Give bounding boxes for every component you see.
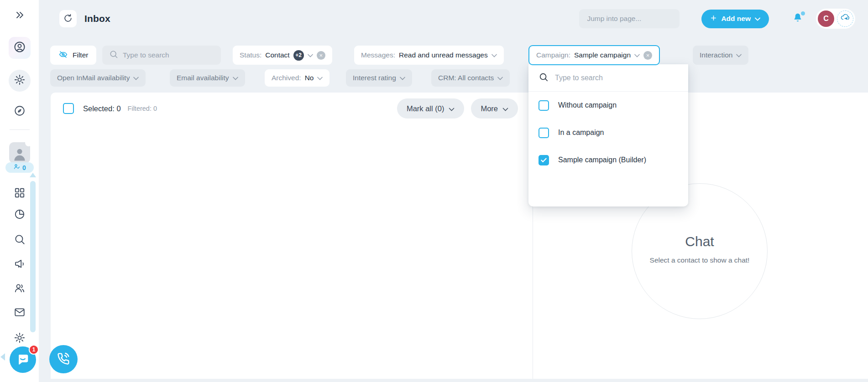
sidebar-item-statistics[interactable] — [14, 209, 26, 221]
archived-filter-label: Archived: — [272, 74, 301, 82]
refresh-button[interactable] — [59, 10, 77, 27]
user-avatar[interactable]: C — [818, 10, 834, 27]
chevron-down-icon — [233, 74, 238, 82]
notification-dot — [801, 11, 805, 15]
account-switcher: C — [816, 9, 855, 29]
email-availability-filter-chip[interactable]: Email availability — [170, 69, 245, 87]
dropdown-option-without-campaign[interactable]: Without campaign — [528, 92, 688, 119]
open-inmail-filter-chip[interactable]: Open InMail availability — [50, 69, 146, 87]
sidebar-expand-button[interactable] — [13, 9, 26, 22]
checkbox[interactable] — [539, 155, 549, 165]
email-availability-filter-label: Email availability — [177, 74, 229, 82]
mail-icon — [14, 306, 26, 320]
chevron-down-icon — [317, 74, 323, 82]
messages-filter-chip[interactable]: Messages: Read and unread messages — [354, 46, 504, 65]
option-label: In a campaign — [558, 129, 604, 137]
people-icon — [14, 282, 26, 296]
contact-search-input[interactable] — [123, 51, 214, 59]
sidebar-item-inbox[interactable] — [14, 307, 26, 319]
support-chat-unread-badge: 1 — [29, 345, 39, 355]
chat-empty-title: Chat — [632, 234, 767, 249]
sidebar: 0 — [0, 0, 39, 382]
messages-filter-value: Read and unread messages — [399, 51, 488, 59]
interaction-filter-chip[interactable]: Interaction — [693, 46, 748, 65]
bell-icon — [792, 18, 804, 26]
plus-icon — [710, 15, 717, 23]
status-filter-label: Status: — [240, 51, 261, 59]
add-new-label: Add new — [721, 15, 751, 23]
compass-icon — [14, 105, 26, 119]
avatar-status-dot — [25, 139, 32, 146]
jump-into-page-input[interactable] — [579, 9, 680, 28]
sidebar-item-explore[interactable] — [14, 106, 26, 118]
sidebar-contacts-badge: 0 — [5, 162, 34, 173]
mark-all-button[interactable]: Mark all (0) — [397, 98, 465, 119]
sidebar-item-campaigns[interactable] — [14, 259, 26, 271]
open-inmail-filter-label: Open InMail availability — [57, 74, 130, 82]
sidebar-scrollbar[interactable] — [30, 181, 36, 332]
filter-button[interactable]: Filter — [50, 46, 96, 65]
chat-empty-subtitle: Select a contact to show a chat! — [632, 256, 767, 264]
notifications-button[interactable] — [792, 12, 804, 26]
call-widget-button[interactable] — [49, 345, 78, 373]
person-circle-icon — [13, 41, 26, 55]
main-panel: Selected: 0 Filtered: 0 Mark all (0) Mor… — [51, 93, 868, 379]
interest-rating-filter-chip[interactable]: Interest rating — [346, 69, 412, 87]
archived-filter-chip[interactable]: Archived: No — [265, 69, 329, 87]
add-new-button[interactable]: Add new — [701, 10, 769, 28]
contacts-badge-count: 0 — [22, 164, 26, 171]
option-label: Sample campaign (Builder) — [558, 156, 646, 164]
messages-filter-label: Messages: — [361, 51, 395, 59]
eye-off-icon — [58, 50, 68, 61]
pie-chart-icon — [14, 208, 26, 222]
archived-filter-value: No — [305, 74, 314, 82]
dropdown-search[interactable] — [528, 64, 688, 92]
status-filter-clear-icon[interactable]: × — [317, 51, 325, 60]
gear-icon — [14, 332, 26, 346]
sidebar-item-profile[interactable] — [9, 37, 31, 59]
dropdown-search-input[interactable] — [555, 74, 678, 82]
select-all-checkbox[interactable] — [63, 103, 74, 114]
search-icon — [539, 72, 549, 84]
campaign-filter-chip[interactable]: Campaign: Sample campaign × — [528, 45, 660, 65]
status-filter-chip[interactable]: Status: Contact +2 × — [233, 46, 332, 65]
chevrons-right-icon — [14, 10, 25, 22]
workspace-logo[interactable] — [837, 10, 853, 27]
campaign-filter-value: Sample campaign — [574, 51, 631, 59]
checkbox[interactable] — [539, 128, 549, 138]
sidebar-item-dashboard[interactable] — [14, 188, 26, 200]
sidebar-item-preferences[interactable] — [9, 70, 31, 92]
sidebar-item-settings[interactable] — [14, 333, 26, 345]
chevron-down-icon — [400, 74, 405, 82]
chat-bubble-icon — [16, 352, 30, 368]
page-title: Inbox — [84, 13, 110, 24]
status-filter-value: Contact — [265, 51, 289, 59]
phone-icon — [56, 351, 71, 367]
crm-filter-chip[interactable]: CRM: All contacts — [431, 69, 510, 87]
filtered-count: Filtered: 0 — [128, 105, 157, 112]
contact-search[interactable] — [102, 46, 221, 65]
more-button[interactable]: More — [471, 98, 518, 119]
campaign-dropdown: Without campaign In a campaign Sample ca… — [528, 64, 688, 206]
dashboard-grid-icon — [14, 187, 26, 201]
sidebar-item-search[interactable] — [14, 234, 26, 246]
sidebar-avatar[interactable] — [9, 142, 30, 163]
filter-label: Filter — [73, 51, 88, 59]
support-chat-widget-button[interactable]: 1 — [10, 346, 36, 373]
contact-list-pane: Selected: 0 Filtered: 0 Mark all (0) Mor… — [51, 93, 533, 379]
chevron-down-icon — [449, 104, 455, 113]
scroll-up-arrow-icon[interactable] — [30, 173, 36, 177]
checkbox[interactable] — [539, 100, 549, 111]
collapse-left-arrow-icon[interactable] — [0, 353, 5, 361]
person-check-icon — [13, 163, 21, 172]
campaign-filter-clear-icon[interactable]: × — [643, 51, 652, 60]
status-extra-count-badge: +2 — [293, 50, 304, 61]
dropdown-option-sample-campaign[interactable]: Sample campaign (Builder) — [528, 146, 688, 174]
refresh-icon — [63, 13, 73, 25]
mark-all-label: Mark all (0) — [407, 104, 444, 113]
cloud-plane-logo-icon — [840, 12, 851, 25]
chevron-down-icon — [497, 74, 503, 82]
search-icon — [109, 50, 118, 61]
sidebar-item-contacts[interactable] — [14, 283, 26, 295]
dropdown-option-in-a-campaign[interactable]: In a campaign — [528, 119, 688, 146]
